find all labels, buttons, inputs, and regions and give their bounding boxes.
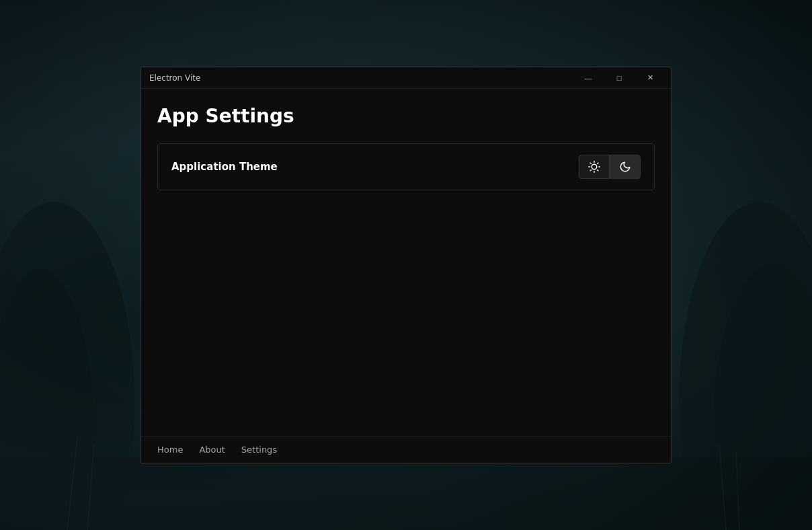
svg-point-16: [592, 164, 597, 169]
theme-label: Application Theme: [171, 161, 278, 173]
svg-line-19: [590, 163, 591, 163]
close-button[interactable]: ✕: [635, 67, 665, 89]
nav-bar: Home About Settings: [141, 436, 671, 463]
titlebar: Electron Vite — □ ✕: [141, 67, 671, 89]
light-theme-button[interactable]: [579, 155, 610, 179]
sun-icon: [588, 161, 600, 173]
svg-line-23: [590, 170, 591, 171]
dark-theme-button[interactable]: [610, 155, 641, 179]
settings-section: Application Theme: [157, 143, 655, 190]
titlebar-controls: — □ ✕: [573, 67, 665, 89]
nav-home[interactable]: Home: [157, 445, 183, 455]
titlebar-title: Electron Vite: [149, 73, 200, 83]
settings-row-theme: Application Theme: [158, 144, 654, 190]
window-body: App Settings Application Theme: [141, 89, 671, 463]
svg-line-24: [598, 163, 598, 163]
svg-rect-11: [0, 457, 812, 530]
nav-settings[interactable]: Settings: [241, 445, 277, 455]
page-title: App Settings: [157, 105, 655, 127]
minimize-button[interactable]: —: [573, 67, 604, 89]
maximize-button[interactable]: □: [604, 67, 635, 89]
svg-line-20: [598, 170, 598, 171]
nav-about[interactable]: About: [199, 445, 225, 455]
theme-toggle: [579, 155, 641, 179]
app-window: Electron Vite — □ ✕ App Settings Applica…: [140, 67, 672, 463]
moon-icon: [619, 161, 631, 173]
main-content: App Settings Application Theme: [141, 89, 671, 436]
